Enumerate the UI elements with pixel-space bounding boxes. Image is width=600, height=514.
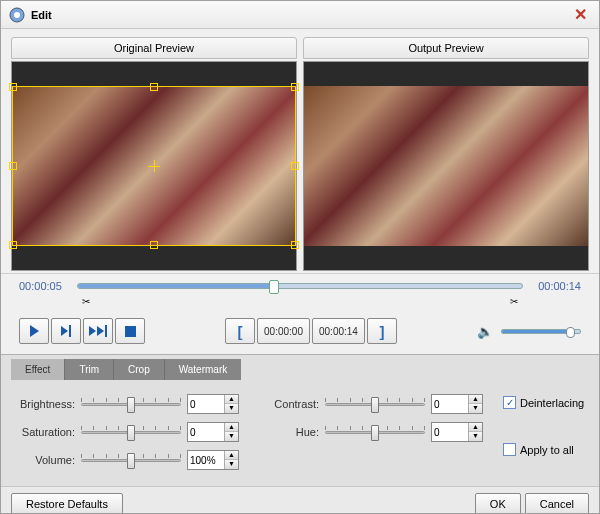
stop-button[interactable] (115, 318, 145, 344)
tab-crop[interactable]: Crop (114, 359, 165, 380)
timeline-track[interactable] (77, 283, 523, 289)
window-title: Edit (31, 9, 570, 21)
svg-point-1 (14, 12, 20, 18)
contrast-slider[interactable] (325, 395, 425, 413)
hue-input[interactable] (432, 427, 468, 438)
out-time-display[interactable]: 00:00:14 (312, 318, 365, 344)
contrast-input[interactable] (432, 399, 468, 410)
next-icon (89, 325, 107, 337)
deinterlacing-label: Deinterlacing (520, 397, 584, 409)
timeline-thumb[interactable] (269, 280, 279, 294)
contrast-label: Contrast: (259, 398, 319, 410)
tab-effect[interactable]: Effect (11, 359, 65, 380)
bracket-close-icon: ] (379, 323, 384, 340)
hue-spin-down[interactable]: ▼ (469, 432, 482, 441)
saturation-spin-down[interactable]: ▼ (225, 432, 238, 441)
crop-handle-bottom-mid[interactable] (150, 241, 158, 249)
scissor-icon: ✂ (510, 296, 518, 307)
saturation-slider[interactable] (81, 423, 181, 441)
tab-watermark[interactable]: Watermark (165, 359, 242, 380)
timeline-fill (78, 284, 273, 288)
crop-handle-top-left[interactable] (9, 83, 17, 91)
brightness-spinbox[interactable]: ▲▼ (187, 394, 239, 414)
crop-rectangle[interactable] (12, 86, 296, 246)
saturation-spin-up[interactable]: ▲ (225, 423, 238, 432)
contrast-spin-down[interactable]: ▼ (469, 404, 482, 413)
app-icon (9, 7, 25, 23)
volume-adj-slider[interactable] (81, 451, 181, 469)
volume-input[interactable] (188, 455, 224, 466)
step-forward-button[interactable] (51, 318, 81, 344)
timeline-start-time: 00:00:05 (19, 280, 69, 292)
next-button[interactable] (83, 318, 113, 344)
saturation-spinbox[interactable]: ▲▼ (187, 422, 239, 442)
crop-center-icon[interactable] (148, 160, 160, 172)
volume-icon[interactable]: 🔈 (477, 324, 493, 339)
volume-slider-thumb[interactable] (566, 327, 575, 338)
brightness-spin-down[interactable]: ▼ (225, 404, 238, 413)
brightness-label: Brightness: (15, 398, 75, 410)
close-button[interactable]: ✕ (570, 5, 591, 24)
hue-spin-up[interactable]: ▲ (469, 423, 482, 432)
crop-handle-mid-right[interactable] (291, 162, 299, 170)
stop-icon (125, 326, 136, 337)
ok-button[interactable]: OK (475, 493, 521, 514)
crop-handle-top-right[interactable] (291, 83, 299, 91)
volume-spin-up[interactable]: ▲ (225, 451, 238, 460)
original-preview-pane[interactable] (11, 61, 297, 271)
hue-label: Hue: (259, 426, 319, 438)
output-preview-pane (303, 61, 589, 271)
volume-spinbox[interactable]: ▲▼ (187, 450, 239, 470)
deinterlacing-checkbox[interactable]: ✓ (503, 396, 516, 409)
volume-slider-fill (502, 330, 568, 333)
tab-trim[interactable]: Trim (65, 359, 114, 380)
output-preview-header: Output Preview (303, 37, 589, 59)
in-time-display[interactable]: 00:00:00 (257, 318, 310, 344)
brightness-input[interactable] (188, 399, 224, 410)
restore-defaults-button[interactable]: Restore Defaults (11, 493, 123, 514)
mark-out-scissor-button[interactable]: ✂ (505, 294, 523, 308)
set-in-point-button[interactable]: [ (225, 318, 255, 344)
play-icon (30, 325, 39, 337)
brightness-spin-up[interactable]: ▲ (225, 395, 238, 404)
hue-spinbox[interactable]: ▲▼ (431, 422, 483, 442)
apply-to-all-checkbox[interactable] (503, 443, 516, 456)
crop-handle-top-mid[interactable] (150, 83, 158, 91)
volume-label: Volume: (15, 454, 75, 466)
bracket-open-icon: [ (238, 323, 243, 340)
volume-spin-down[interactable]: ▼ (225, 460, 238, 469)
hue-slider[interactable] (325, 423, 425, 441)
volume-slider[interactable] (501, 329, 581, 334)
original-preview-header: Original Preview (11, 37, 297, 59)
step-forward-icon (61, 325, 71, 337)
timeline-end-time: 00:00:14 (531, 280, 581, 292)
cancel-button[interactable]: Cancel (525, 493, 589, 514)
saturation-input[interactable] (188, 427, 224, 438)
crop-handle-mid-left[interactable] (9, 162, 17, 170)
crop-handle-bottom-left[interactable] (9, 241, 17, 249)
play-button[interactable] (19, 318, 49, 344)
scissor-icon: ✂ (82, 296, 90, 307)
contrast-spin-up[interactable]: ▲ (469, 395, 482, 404)
contrast-spinbox[interactable]: ▲▼ (431, 394, 483, 414)
brightness-slider[interactable] (81, 395, 181, 413)
crop-handle-bottom-right[interactable] (291, 241, 299, 249)
saturation-label: Saturation: (15, 426, 75, 438)
set-out-point-button[interactable]: ] (367, 318, 397, 344)
apply-to-all-label: Apply to all (520, 444, 574, 456)
mark-in-scissor-button[interactable]: ✂ (77, 294, 95, 308)
